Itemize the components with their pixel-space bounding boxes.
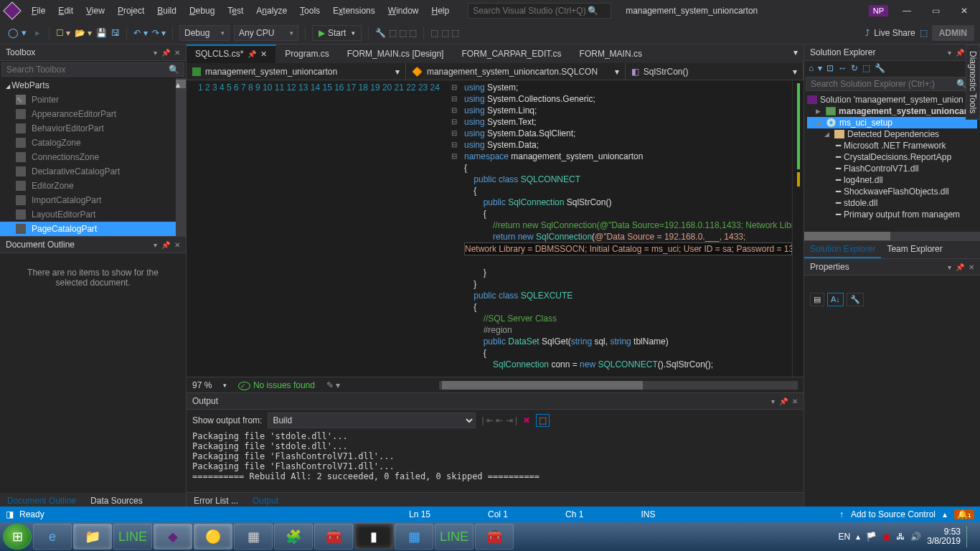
save-all-icon[interactable]: 🖫 xyxy=(111,28,120,38)
tab-overflow-icon[interactable]: ▾ xyxy=(788,44,804,63)
toolbar-btn2[interactable]: ⬚ ⬚ ⬚ xyxy=(430,28,459,38)
toolbox-item[interactable]: LayoutEditorPart xyxy=(0,207,176,222)
show-all-icon[interactable]: ⬚ xyxy=(862,63,870,73)
quick-launch-input[interactable] xyxy=(473,6,588,16)
output-text[interactable]: Packaging file 'stdole.dll'... Packaging… xyxy=(187,431,804,492)
taskbar-ie-icon[interactable]: e xyxy=(33,524,72,550)
menu-build[interactable]: Build xyxy=(151,3,182,19)
output-nav-icon[interactable]: | ⇤ ⇤ ⇥ | xyxy=(481,415,517,425)
clock[interactable]: 9:533/8/2019 xyxy=(927,527,961,546)
toolbox-search[interactable]: 🔍 xyxy=(1,62,184,77)
toolbox-item[interactable]: AppearanceEditorPart xyxy=(0,107,176,121)
refresh-icon[interactable]: ↻ xyxy=(851,63,858,73)
tray-up-icon[interactable]: ▴ xyxy=(856,532,860,542)
liveshare-icon[interactable]: ⤴ xyxy=(865,28,870,38)
nav-project-dropdown[interactable]: management_system_unioncarton▾ xyxy=(187,63,406,80)
config-dropdown[interactable]: Debug xyxy=(179,25,230,41)
dropdown-icon[interactable]: ▾ xyxy=(948,263,951,271)
start-button[interactable]: ⊞ xyxy=(3,524,32,550)
menu-project[interactable]: Project xyxy=(112,3,150,19)
expand-icon[interactable]: ◢ xyxy=(816,119,823,126)
nav-method-dropdown[interactable]: ◧SqlStrCon()▾ xyxy=(626,63,804,80)
taskbar-app-icon[interactable]: ▦ xyxy=(234,524,273,550)
dropdown-icon[interactable]: ▾ xyxy=(154,241,157,249)
lang-indicator[interactable]: EN xyxy=(839,532,851,542)
toolbox-item[interactable]: EditorZone xyxy=(0,179,176,193)
tree-node[interactable]: ━CrystalDecisions.ReportApp xyxy=(807,151,977,163)
code-editor[interactable]: 1 2 3 4 5 6 7 8 9 10 11 12 13 14 15 16 1… xyxy=(187,80,804,377)
wrench-icon[interactable]: 🔧 xyxy=(847,293,864,306)
tree-node[interactable]: ◢💿ms_uci_setup xyxy=(807,117,977,128)
tree-node[interactable]: ━stdole.dll xyxy=(807,197,977,209)
publish-icon[interactable]: ↑ xyxy=(839,509,844,519)
expand-icon[interactable]: ▶ xyxy=(816,108,823,115)
overview-ruler[interactable] xyxy=(792,80,804,377)
alpha-icon[interactable]: A↓ xyxy=(827,293,844,306)
tree-node[interactable]: ━FlashControlV71.dll xyxy=(807,163,977,174)
toolbox-item[interactable]: DeclarativeCatalogPart xyxy=(0,164,176,179)
dropdown-icon[interactable]: ▾ xyxy=(154,49,157,57)
close-button[interactable]: ✕ xyxy=(954,6,974,16)
sln-search-input[interactable] xyxy=(811,79,956,89)
pin-icon[interactable]: 📌 xyxy=(161,49,170,57)
close-icon[interactable]: ✕ xyxy=(174,241,180,249)
network-icon[interactable]: 🖧 xyxy=(896,532,905,542)
menu-debug[interactable]: Debug xyxy=(184,3,220,19)
output-from-dropdown[interactable]: Build xyxy=(268,413,476,428)
props-icon[interactable]: 🔧 xyxy=(875,63,885,73)
taskbar-app-icon[interactable]: 🧰 xyxy=(475,524,514,550)
editor-tab[interactable]: FORM_MAIN.cs [Design] xyxy=(339,44,453,63)
editor-tab[interactable]: FORM_MAIN.cs xyxy=(571,44,651,63)
menu-extensions[interactable]: Extensions xyxy=(327,3,381,19)
pin-icon[interactable]: 📌 xyxy=(161,241,170,249)
scrollbar[interactable]: ▴ xyxy=(176,78,186,236)
tree-node[interactable]: ━Microsoft .NET Framework xyxy=(807,140,977,151)
tree-node[interactable]: ━Primary output from managem xyxy=(807,209,977,220)
menu-edit[interactable]: Edit xyxy=(52,3,79,19)
pin-icon[interactable]: 📌 xyxy=(779,397,788,405)
wrap-icon[interactable]: ⬚ xyxy=(536,414,550,427)
minimize-button[interactable]: — xyxy=(897,6,917,16)
menu-analyze[interactable]: Analyze xyxy=(250,3,293,19)
source-control[interactable]: Add to Source Control xyxy=(851,509,936,519)
pin-icon[interactable]: 📌 xyxy=(956,49,964,57)
home-icon[interactable]: ⌂ xyxy=(809,63,814,73)
avira-icon[interactable]: ▣ xyxy=(882,532,890,542)
tree-node[interactable]: ◢Detected Dependencies xyxy=(807,128,977,140)
menu-test[interactable]: Test xyxy=(222,3,249,19)
close-icon[interactable]: ✕ xyxy=(174,49,180,57)
nav-fwd-icon[interactable]: ▸ xyxy=(33,26,42,39)
save-icon[interactable]: 💾 xyxy=(96,28,107,38)
redo-icon[interactable]: ↷ ▾ xyxy=(152,28,166,38)
editor-tab[interactable]: FORM_CARPAR_EDIT.cs xyxy=(453,44,570,63)
menu-window[interactable]: Window xyxy=(382,3,425,19)
solution-tree[interactable]: Solution 'management_system_union ▶manag… xyxy=(804,93,980,232)
editor-tab[interactable]: SQLCLS.cs*📌✕ xyxy=(187,44,276,63)
zoom-level[interactable]: 97 % xyxy=(192,380,212,390)
menu-tools[interactable]: Tools xyxy=(294,3,326,19)
taskbar-app-icon[interactable]: 🧩 xyxy=(274,524,313,550)
taskbar-line-icon[interactable]: LINE xyxy=(113,524,152,550)
toolbox-item[interactable]: CatalogZone xyxy=(0,136,176,150)
tab-team-explorer[interactable]: Team Explorer xyxy=(881,241,948,258)
expand-icon[interactable]: ◢ xyxy=(824,131,831,138)
clear-icon[interactable]: ✖ xyxy=(523,415,530,425)
tree-node[interactable]: ▶management_system_unioncarto xyxy=(807,105,977,117)
toolbar-btn[interactable]: 🔧 ⬚ ⬚ ⬚ xyxy=(375,28,417,38)
taskbar-line-icon[interactable]: LINE xyxy=(435,524,473,550)
collapse-icon[interactable]: ↔ xyxy=(838,63,847,73)
fold-gutter[interactable]: ⊟ ⊟ ⊟ ⊟ ⊟ ⊟ ⊟ xyxy=(448,80,460,377)
code-body[interactable]: using System; using System.Collections.G… xyxy=(460,80,792,377)
volume-icon[interactable]: 🔊 xyxy=(910,532,921,542)
flag-icon[interactable]: 🏳️ xyxy=(866,532,877,542)
taskbar-explorer-icon[interactable]: 📁 xyxy=(73,524,112,550)
user-badge[interactable]: NP xyxy=(869,5,888,17)
issues-status[interactable]: No issues found xyxy=(238,380,315,390)
open-icon[interactable]: 📂 ▾ xyxy=(75,28,92,38)
tree-node[interactable]: Solution 'management_system_union xyxy=(807,94,977,105)
maximize-button[interactable]: ▭ xyxy=(925,6,946,16)
system-tray[interactable]: EN ▴ 🏳️ ▣ 🖧 🔊 9:533/8/2019 xyxy=(839,526,977,547)
diagnostic-tools-tab[interactable]: Diagnostic Tools xyxy=(966,44,980,120)
tree-node[interactable]: ━log4net.dll xyxy=(807,174,977,186)
menu-view[interactable]: View xyxy=(80,3,110,19)
